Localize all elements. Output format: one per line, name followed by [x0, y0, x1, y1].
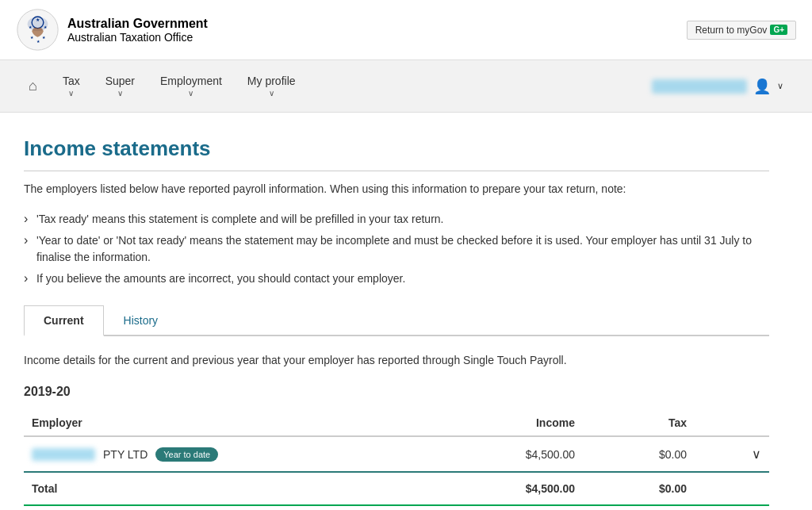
logo-area: ★ ★ ★ ★ ★ ★ Australian Government Austra… [16, 8, 208, 52]
gov-crest-icon: ★ ★ ★ ★ ★ ★ [16, 8, 59, 52]
nav-item-employment[interactable]: Employment ∨ [147, 60, 235, 112]
total-tax: $0.00 [583, 472, 695, 505]
page-header: ★ ★ ★ ★ ★ ★ Australian Government Austra… [0, 0, 812, 60]
bullet-item: If you believe the amounts are incorrect… [24, 268, 769, 290]
expand-cell[interactable]: ∨ [695, 436, 769, 472]
user-menu[interactable]: 👤 ∨ [639, 70, 796, 103]
year-to-date-badge: Year to date [155, 447, 218, 462]
col-header-tax: Tax [583, 410, 695, 436]
chevron-down-icon: ∨ [777, 81, 783, 91]
svg-text:★: ★ [36, 17, 40, 22]
tax-cell: $0.00 [583, 436, 695, 472]
bullet-item: 'Tax ready' means this statement is comp… [24, 209, 769, 230]
nav-item-tax[interactable]: Tax ∨ [50, 60, 93, 112]
page-title: Income statements [24, 136, 769, 171]
nav-item-super[interactable]: Super ∨ [93, 60, 147, 112]
tab-history[interactable]: History [104, 305, 178, 335]
user-icon: 👤 [753, 78, 771, 95]
employer-cell: PTY LTD Year to date [24, 436, 434, 472]
chevron-down-icon: ∨ [117, 89, 123, 98]
user-name-blurred [652, 79, 747, 94]
tabs: Current History [24, 305, 769, 336]
bullet-item: 'Year to date' or 'Not tax ready' means … [24, 230, 769, 268]
home-icon: ⌂ [29, 78, 37, 94]
nav-item-my-profile[interactable]: My profile ∨ [235, 60, 308, 112]
income-cell: $4,500.00 [434, 436, 583, 472]
return-to-mygov-button[interactable]: Return to myGov G+ [687, 21, 796, 40]
employer-name-blurred [32, 448, 95, 461]
ato-title: Australian Taxation Office [67, 31, 208, 44]
total-row: Total $4,500.00 $0.00 [24, 472, 769, 505]
nav-home-button[interactable]: ⌂ [16, 63, 50, 109]
nav-bar: ⌂ Tax ∨ Super ∨ Employment ∨ My profile … [0, 60, 812, 113]
bullet-list: 'Tax ready' means this statement is comp… [24, 209, 769, 290]
table-row: PTY LTD Year to date $4,500.00 $0.00 ∨ [24, 436, 769, 472]
year-label: 2019-20 [24, 385, 769, 399]
chevron-down-icon: ∨ [188, 89, 193, 98]
intro-text: The employers listed below have reported… [24, 181, 769, 197]
chevron-down-icon: ∨ [752, 447, 761, 461]
total-label: Total [24, 472, 434, 505]
col-header-employer: Employer [24, 410, 434, 436]
chevron-down-icon: ∨ [68, 89, 74, 98]
income-sub-text: Income details for the current and previ… [24, 352, 769, 369]
employer-suffix: PTY LTD [103, 448, 147, 461]
main-content: Income statements The employers listed b… [0, 113, 793, 510]
total-income: $4,500.00 [434, 472, 583, 505]
table-header-row: Employer Income Tax [24, 410, 769, 436]
income-table: Employer Income Tax PTY LTD Year to date… [24, 410, 769, 506]
col-header-expand [695, 410, 769, 436]
col-header-income: Income [434, 410, 583, 436]
mygov-badge: G+ [770, 25, 787, 35]
tab-current[interactable]: Current [24, 305, 104, 336]
gov-title: Australian Government [67, 17, 208, 31]
chevron-down-icon: ∨ [269, 89, 274, 98]
logo-text: Australian Government Australian Taxatio… [67, 17, 208, 44]
